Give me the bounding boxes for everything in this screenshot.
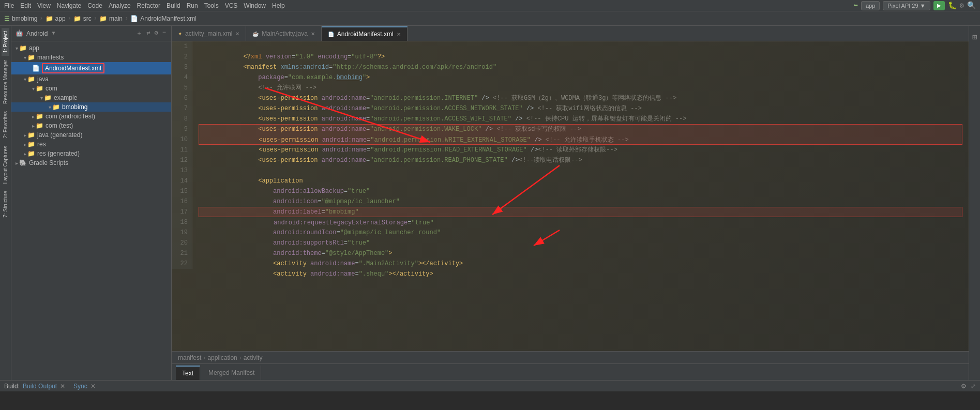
menu-view[interactable]: View <box>37 2 51 9</box>
menu-file[interactable]: File <box>4 2 14 9</box>
android-logo-icon: ☰ <box>4 15 10 22</box>
breadcrumb-app[interactable]: 📁 app <box>46 15 66 22</box>
right-panel-toggle[interactable]: ⊞ <box>972 32 977 42</box>
tree-item-androidtest[interactable]: ▸ 📁 com (androidTest) <box>11 112 171 121</box>
menu-edit[interactable]: Edit <box>20 2 31 9</box>
bottom-tabs: Text Merged Manifest <box>172 363 969 380</box>
run-back-icon: ⬅ <box>853 1 857 10</box>
run-button[interactable]: ▶ <box>933 1 945 10</box>
add-icon[interactable]: ＋ <box>135 28 143 39</box>
sidebar-tab-project[interactable]: 1: Project <box>2 28 9 56</box>
code-line-11: <uses-permission android:name="android.p… <box>199 145 962 155</box>
menu-build[interactable]: Build <box>167 2 180 9</box>
tree-item-bmobimg[interactable]: ▾ 📁 bmobimg <box>11 102 171 112</box>
sync-link[interactable]: Sync <box>73 383 87 390</box>
tab-androidmanifest[interactable]: 📄 AndroidManifest.xml ✕ <box>322 26 408 41</box>
settings-panel-icon[interactable]: ⚙ <box>154 28 159 39</box>
collapse-arrow: ▸ <box>16 160 18 166</box>
menu-run[interactable]: Run <box>187 2 198 9</box>
tree-item-example[interactable]: ▾ 📁 example <box>11 93 171 102</box>
code-line-2: <manifest xmlns:android="http://schemas.… <box>199 52 962 62</box>
android-panel-icon: 🤖 <box>16 29 23 37</box>
code-line-13: <application <box>199 165 962 176</box>
menu-code[interactable]: Code <box>87 2 102 9</box>
collapse-arrow: ▸ <box>32 123 35 129</box>
minimize-icon[interactable]: − <box>161 28 167 39</box>
code-line-3: package="com.example.bmobimg"> <box>199 62 962 72</box>
expand-arrow: ▾ <box>24 77 26 82</box>
menu-window[interactable]: Window <box>244 2 266 9</box>
panel-title: Android <box>26 30 48 37</box>
tab-close-main[interactable]: ✕ <box>311 31 315 37</box>
folder-icon: 📁 <box>27 75 35 83</box>
breadcrumb-src[interactable]: 📁 src <box>73 15 92 22</box>
expand-arrow: ▾ <box>16 45 18 51</box>
menu-refactor[interactable]: Refactor <box>137 2 160 9</box>
tree-item-test[interactable]: ▸ 📁 com (test) <box>11 121 171 130</box>
code-line-17: android:requestLegacyExternalStorage="tr… <box>199 207 962 217</box>
menu-help[interactable]: Help <box>272 2 285 9</box>
tab-merged-manifest[interactable]: Merged Manifest <box>202 366 261 380</box>
code-editor[interactable]: 1 2 3 4 5 6 7 8 9 10 11 12 13 14 15 16 1 <box>172 41 969 351</box>
code-line-10: <uses-permission android:name="android.p… <box>199 134 962 145</box>
collapse-arrow: ▸ <box>24 142 26 147</box>
sidebar-tab-structure[interactable]: 7: Structure <box>2 188 9 221</box>
device-selector[interactable]: Pixel API 29 ▼ <box>883 1 930 10</box>
collapse-arrow: ▸ <box>32 114 35 119</box>
tab-mainactivity[interactable]: ☕ MainActivity.java ✕ <box>246 26 321 41</box>
folder-icon-2: 📁 <box>73 15 81 22</box>
tab-text[interactable]: Text <box>176 366 200 380</box>
breadcrumb-arrow-1: › <box>203 354 205 361</box>
build-bar: Build: Build Output ✕ Sync ✕ ⚙ ⤢ <box>0 380 980 391</box>
xml-tab-icon: ✦ <box>178 31 182 37</box>
tree-item-java-generated[interactable]: ▸ 📁 java (generated) <box>11 130 171 140</box>
folder-icon: 📁 <box>46 15 53 22</box>
expand-bottom-icon[interactable]: ⤢ <box>971 383 976 390</box>
sidebar-tab-resource[interactable]: Resource Manager <box>2 57 9 107</box>
code-line-22: <activity android:name=".shequ"></activi… <box>199 259 962 269</box>
panel-header: 🤖 Android ▼ ＋ ⇄ ⚙ − <box>11 26 171 41</box>
build-close-btn[interactable]: ✕ <box>60 383 65 390</box>
java-tab-icon: ☕ <box>252 31 259 37</box>
file-tree: ▾ 📁 app ▾ 📁 manifests 📄 AndroidManifest.… <box>11 41 171 380</box>
menu-tools[interactable]: Tools <box>204 2 219 9</box>
tree-item-app[interactable]: ▾ 📁 app <box>11 43 171 53</box>
sync-close-btn[interactable]: ✕ <box>91 383 96 390</box>
menu-analyze[interactable]: Analyze <box>109 2 131 9</box>
breadcrumb-file[interactable]: 📄 AndroidManifest.xml <box>130 15 197 22</box>
sidebar-tab-captures[interactable]: Layout Captures <box>2 143 9 187</box>
tree-item-manifests[interactable]: ▾ 📁 manifests <box>11 53 171 62</box>
sync-icon[interactable]: ⇄ <box>145 28 151 39</box>
search-icon[interactable]: 🔍 <box>967 1 976 10</box>
menu-navigate[interactable]: Navigate <box>57 2 81 9</box>
breadcrumb-manifest: manifest <box>178 354 201 361</box>
settings-bottom-icon[interactable]: ⚙ <box>961 383 967 390</box>
tab-close-manifest[interactable]: ✕ <box>397 32 401 37</box>
code-line-21: <activity android:name=".Main2Activity">… <box>199 248 962 259</box>
code-line-1: <?xml version="1.0" encoding="utf-8"?> <box>199 41 962 52</box>
tree-item-com[interactable]: ▾ 📁 com <box>11 84 171 93</box>
debug-icon[interactable]: 🐛 <box>948 1 957 10</box>
tree-item-java[interactable]: ▾ 📁 java <box>11 74 171 84</box>
sidebar-tab-favorites[interactable]: 2: Favorites <box>2 108 9 141</box>
panel-dropdown-icon[interactable]: ▼ <box>52 31 55 36</box>
breadcrumb-main[interactable]: 📁 main <box>99 15 123 22</box>
tree-item-androidmanifest[interactable]: 📄 AndroidManifest.xml <box>11 62 171 74</box>
settings-icon[interactable]: ⚙ <box>960 1 964 10</box>
gradle-icon: 🐘 <box>19 159 27 166</box>
expand-arrow: ▾ <box>24 55 26 60</box>
menu-vcs[interactable]: VCS <box>225 2 238 9</box>
build-output-link[interactable]: Build Output <box>23 383 57 390</box>
tab-close-activity[interactable]: ✕ <box>235 31 239 37</box>
tree-item-res[interactable]: ▸ 📁 res <box>11 140 171 149</box>
expand-arrow: ▾ <box>40 95 43 101</box>
code-line-16: android:label="bmobimg" <box>199 196 962 207</box>
expand-arrow: ▾ <box>32 86 35 92</box>
app-selector[interactable]: app <box>861 1 880 10</box>
tree-item-res-generated[interactable]: ▸ 📁 res (generated) <box>11 149 171 158</box>
folder-icon: 📁 <box>27 54 35 61</box>
tree-item-gradle[interactable]: ▸ 🐘 Gradle Scripts <box>11 158 171 168</box>
tab-activity-main[interactable]: ✦ activity_main.xml ✕ <box>172 26 246 41</box>
code-line-14: android:allowBackup="true" <box>199 176 962 186</box>
code-line-18: android:roundIcon="@mipmap/ic_launcher_r… <box>199 217 962 227</box>
